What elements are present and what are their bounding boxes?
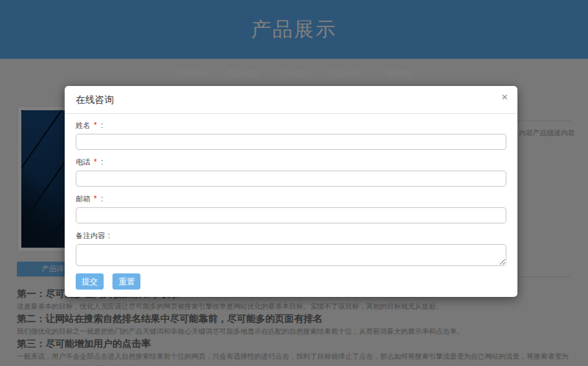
label-colon: :	[101, 195, 103, 203]
label-colon: :	[101, 158, 103, 166]
notes-label-text: 备注内容	[76, 232, 105, 240]
email-input[interactable]	[76, 207, 506, 223]
label-colon: :	[108, 232, 110, 240]
name-field: 姓名 * :	[76, 121, 506, 150]
name-field-label: 姓名 * :	[76, 121, 506, 131]
modal-body: 姓名 * : 电话 * : 邮箱 * :	[65, 114, 517, 297]
phone-label-text: 电话	[76, 158, 90, 166]
notes-textarea[interactable]	[76, 244, 506, 266]
modal-actions: 提交 重置	[76, 273, 506, 290]
phone-input[interactable]	[76, 171, 506, 187]
phone-field: 电话 * :	[76, 157, 506, 187]
notes-field-label: 备注内容 :	[76, 231, 506, 241]
label-colon: :	[101, 121, 103, 129]
email-field: 邮箱 * :	[76, 194, 506, 223]
required-asterisk: *	[94, 195, 97, 203]
close-icon[interactable]: ×	[501, 91, 508, 102]
reset-button[interactable]: 重置	[112, 273, 140, 290]
notes-field: 备注内容 :	[76, 231, 506, 266]
required-asterisk: *	[94, 158, 97, 166]
phone-field-label: 电话 * :	[76, 157, 506, 168]
name-input[interactable]	[76, 134, 506, 150]
modal-header: 在线咨询 ×	[65, 86, 517, 114]
email-field-label: 邮箱 * :	[76, 194, 506, 204]
consult-modal: 在线咨询 × 姓名 * : 电话 * :	[65, 86, 517, 297]
modal-title: 在线咨询	[76, 94, 114, 105]
submit-button[interactable]: 提交	[76, 273, 104, 290]
email-label-text: 邮箱	[76, 195, 90, 203]
name-label-text: 姓名	[76, 121, 90, 129]
page: 产品展示 产品分类1 产品分类2 产品分类3 产品分类4 产品分类5 内容产品描…	[0, 0, 588, 366]
required-asterisk: *	[94, 121, 97, 129]
